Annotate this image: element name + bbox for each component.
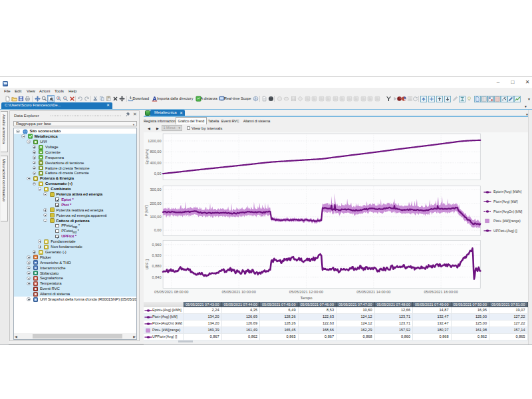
tree-item[interactable]: Combinato xyxy=(14,186,136,192)
subtab-grafico-del-trend[interactable]: Grafico del Trend xyxy=(176,117,207,124)
disabled-14-button[interactable] xyxy=(367,96,373,102)
subtab-allarmi-di-sistema[interactable]: Allarmi di sistema xyxy=(240,118,273,125)
tree-item-label[interactable]: Potenza ed energia apparenti xyxy=(57,213,107,217)
table-cell[interactable]: 19,07 xyxy=(489,307,528,314)
group-by-phase-combo[interactable]: Raggruppa per fase▼ xyxy=(13,121,137,127)
tree-horizontal-scrollbar[interactable]: ◀ ▶ xyxy=(14,333,136,339)
tree-item[interactable]: Sbilanciato xyxy=(14,271,136,276)
side-tab-misurazioni-continuative[interactable]: Misurazioni continuative xyxy=(1,156,8,221)
menu-azioni[interactable]: Azioni xyxy=(39,89,50,93)
table-cell[interactable]: 16,95 xyxy=(452,307,490,314)
tree-expand-icon[interactable] xyxy=(43,208,47,212)
tree-item[interactable]: Sito sconosciuto xyxy=(14,129,136,134)
table-cell[interactable]: 128,26 xyxy=(260,321,299,327)
tree-item-label[interactable]: Allarmi di sistema xyxy=(40,292,70,296)
tree-item[interactable]: Generato (-) xyxy=(14,249,136,255)
tree-item-label[interactable]: Sbilanciato xyxy=(40,271,59,275)
tree-item-label[interactable]: Temperatura xyxy=(40,281,62,285)
table-column-header[interactable]: 05/05/2021 07:44:00 xyxy=(222,302,261,308)
tree-item[interactable]: Temperatura xyxy=(14,281,136,287)
table-cell[interactable]: 157,92 xyxy=(375,327,414,334)
tree-item[interactable]: PFetotcap * xyxy=(14,223,136,229)
move-button[interactable] xyxy=(119,96,125,102)
menu-help[interactable]: Help xyxy=(68,89,76,93)
zoom-in-button[interactable] xyxy=(56,96,62,102)
tree-item[interactable]: Deviazione di tensione xyxy=(14,160,136,166)
tree-collapse-icon[interactable] xyxy=(16,130,20,134)
tree-item-label[interactable]: Segnalazione xyxy=(40,276,63,280)
move-down-button[interactable] xyxy=(444,96,450,102)
table-cell[interactable]: 165,45 xyxy=(260,327,299,334)
tree-item-label[interactable]: U/I/f xyxy=(40,140,47,144)
redo-button[interactable] xyxy=(84,96,90,102)
table-cell[interactable]: 0,865 xyxy=(489,334,528,340)
disabled-1-button[interactable] xyxy=(277,96,283,102)
tree-item[interactable]: Consumato (+) xyxy=(14,182,136,187)
tree-item-label[interactable]: Potenza reattiva ed energia xyxy=(57,208,104,212)
table-cell[interactable]: 0,865 xyxy=(260,334,299,340)
tree-item[interactable]: U/I/f xyxy=(14,139,136,144)
tab-metaltecnica[interactable]: Metaltecnica✕ xyxy=(150,110,185,116)
table-scrollbar-thumb[interactable] xyxy=(178,340,193,342)
tree-expand-icon[interactable] xyxy=(27,277,31,281)
tree-item-label[interactable]: Eptot * xyxy=(61,198,74,201)
toolbar-overflow-icon[interactable]: ▼ xyxy=(527,97,531,101)
statistics-button[interactable] xyxy=(459,96,465,102)
disabled-8-button[interactable] xyxy=(325,96,331,102)
cut-button[interactable] xyxy=(92,96,98,102)
maximize-button[interactable]: □ xyxy=(507,77,519,87)
disabled-13-button[interactable] xyxy=(360,96,366,102)
import-directory-label[interactable]: Importa dalla directory xyxy=(157,96,193,100)
report-button[interactable] xyxy=(261,96,267,102)
subtab-tabella[interactable]: Tabella xyxy=(207,118,221,125)
tree-item-label[interactable]: Metaltecnica xyxy=(35,134,58,138)
tree-item[interactable]: Fattore di cresta Tensione xyxy=(14,166,136,171)
tree-expand-icon[interactable] xyxy=(33,161,37,165)
annotate-button[interactable] xyxy=(507,96,513,102)
tree-item-label[interactable]: Voltage xyxy=(45,145,58,149)
delete-button[interactable] xyxy=(112,96,118,102)
table-cell[interactable]: 123,71 xyxy=(375,321,414,327)
table-cell[interactable]: 124,12 xyxy=(336,321,375,327)
disabled-4-button[interactable] xyxy=(297,96,303,102)
table-cell[interactable]: 8,53 xyxy=(299,307,337,314)
table-column-header[interactable]: 05/05/2021 07:43:00 xyxy=(184,302,222,308)
tree-checkbox[interactable] xyxy=(55,224,59,228)
tree-item-label[interactable]: Consumato (+) xyxy=(45,182,72,186)
zoom-out-button[interactable] xyxy=(63,96,68,102)
remote-label[interactable]: A distanza xyxy=(201,96,217,100)
table-column-header[interactable]: 05/05/2021 07:51:00 xyxy=(489,302,528,308)
table-cell[interactable]: 0,867 xyxy=(184,334,222,340)
tree-checkbox[interactable] xyxy=(55,229,59,233)
table-cell[interactable]: 169,39 xyxy=(184,327,222,334)
path-tab[interactable]: C:\Users\Scuro Francesco\De...✕ xyxy=(1,102,112,109)
table-cell[interactable]: 4,35 xyxy=(222,307,261,314)
table-cell[interactable]: 134,20 xyxy=(184,321,222,327)
table-cell[interactable]: 127,22 xyxy=(489,321,528,327)
table-horizontal-scrollbar[interactable] xyxy=(144,340,528,343)
pan-tool-button[interactable] xyxy=(35,96,41,102)
table-column-header[interactable]: 05/05/2021 07:46:00 xyxy=(299,302,337,308)
tree-scrollbar-thumb[interactable] xyxy=(33,334,122,338)
tree-expand-icon[interactable] xyxy=(27,255,31,259)
side-tab-analisi-armonica[interactable]: Analisi armonica xyxy=(1,111,8,152)
tree-item[interactable]: Eventi RVC xyxy=(14,287,136,292)
tree-item[interactable]: Potenza & Energia xyxy=(14,176,136,182)
view-events-button[interactable] xyxy=(494,96,500,102)
print-button[interactable] xyxy=(25,96,31,102)
subtab-eventi-rvc[interactable]: Eventi RVC xyxy=(221,118,241,125)
interval-combo[interactable]: 1 Minut▼ xyxy=(162,125,183,131)
table-cell[interactable]: 0,862 xyxy=(452,334,490,340)
tree-item-label[interactable]: Potenza attiva ed energia xyxy=(57,192,103,196)
table-column-header[interactable]: 05/05/2021 07:45:00 xyxy=(260,302,299,308)
tree-item-label[interactable]: Fattore di potenza xyxy=(57,219,90,223)
tree-item-label[interactable]: Fondamentale xyxy=(51,239,75,243)
table-cell[interactable]: 2,24 xyxy=(184,307,222,314)
tab-overflow-icon[interactable]: ▼ xyxy=(524,104,527,108)
refresh-button[interactable] xyxy=(412,96,418,102)
table-cell[interactable]: 162,29 xyxy=(336,327,375,334)
table-cell[interactable]: 122,63 xyxy=(299,314,337,321)
disabled-15-button[interactable] xyxy=(374,96,380,102)
tree-checkbox[interactable] xyxy=(55,235,59,239)
menu-file[interactable]: File xyxy=(4,89,11,93)
